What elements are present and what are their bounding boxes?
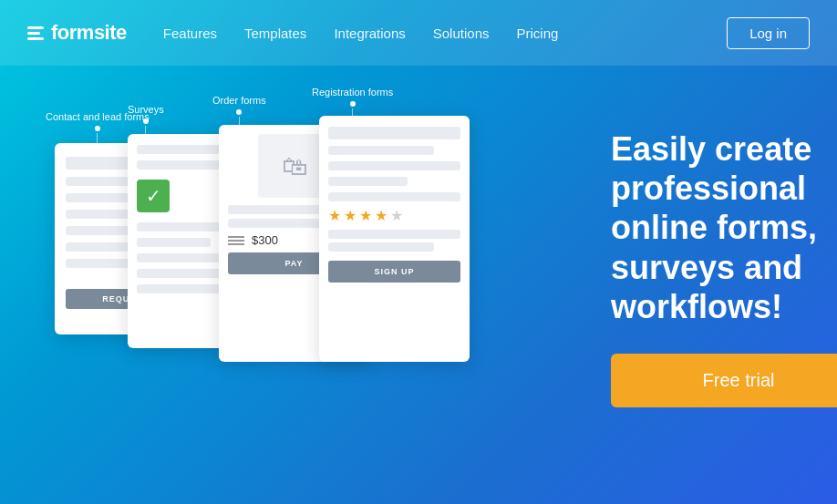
- form-line: [228, 219, 334, 228]
- nav-integrations[interactable]: Integrations: [334, 26, 405, 41]
- registration-form-card: ★ ★ ★ ★ ★ SIGN UP: [319, 116, 470, 362]
- checkbox-checked: ✓: [137, 180, 170, 212]
- signup-button[interactable]: SIGN UP: [328, 261, 460, 283]
- hero-title: Easily create professional online forms,…: [611, 129, 837, 326]
- nav-links: Features Templates Integrations Solution…: [163, 26, 727, 41]
- hero-right: Easily create professional online forms,…: [593, 93, 837, 407]
- star-1: ★: [328, 207, 341, 224]
- logo-icon: [27, 26, 44, 40]
- logo-text: formsite: [51, 21, 127, 45]
- form-line: [66, 210, 138, 219]
- logo[interactable]: formsite: [27, 21, 127, 45]
- form-line: [328, 177, 408, 186]
- form-line: [328, 230, 460, 239]
- hero-section: Contact and lead forms Surveys Order for…: [0, 66, 837, 504]
- star-5: ★: [390, 207, 403, 224]
- forms-illustration: Contact and lead forms Surveys Order for…: [36, 93, 574, 476]
- star-rating: ★ ★ ★ ★ ★: [328, 207, 460, 224]
- form-line: [328, 161, 460, 170]
- form-line: [328, 146, 434, 155]
- star-2: ★: [344, 207, 356, 224]
- nav-features[interactable]: Features: [163, 26, 217, 41]
- nav-templates[interactable]: Templates: [244, 26, 306, 41]
- bag-icon: 🛍: [282, 151, 307, 181]
- star-3: ★: [359, 207, 372, 224]
- login-button[interactable]: Log in: [727, 17, 810, 49]
- quantity-icon: [228, 236, 244, 245]
- form-line: [328, 127, 460, 139]
- free-trial-button[interactable]: Free trial: [611, 354, 837, 407]
- form-line: [137, 238, 211, 247]
- nav-solutions[interactable]: Solutions: [433, 26, 490, 41]
- form-fields: [328, 127, 460, 201]
- navbar: formsite Features Templates Integrations…: [0, 0, 837, 66]
- form-line: [328, 242, 434, 252]
- price-value: $300: [252, 233, 278, 247]
- nav-pricing[interactable]: Pricing: [516, 26, 558, 41]
- star-4: ★: [375, 207, 388, 224]
- form-line: [328, 192, 460, 201]
